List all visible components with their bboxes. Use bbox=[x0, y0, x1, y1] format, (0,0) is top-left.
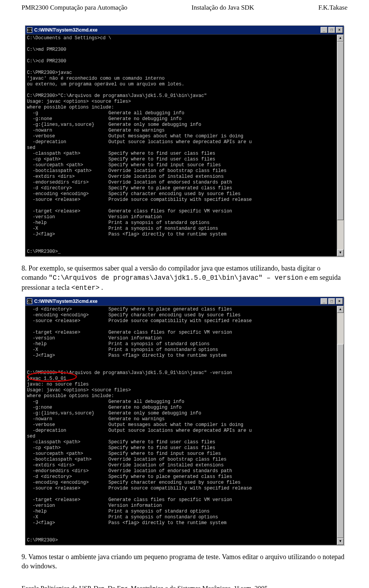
scroll-down-icon[interactable]: ▼ bbox=[337, 538, 344, 545]
scroll-track[interactable] bbox=[337, 42, 344, 249]
scroll-track[interactable] bbox=[337, 313, 344, 538]
cmd-window-1: C:\ C:\WINNT\system32\cmd.exe _ □ × C:\D… bbox=[25, 25, 344, 257]
code-command: "C:\Arquivos de programas\Java\jdk1.5.0_… bbox=[48, 274, 303, 282]
para-text: Vamos testar o ambiente java criando um … bbox=[22, 553, 344, 570]
scroll-thumb[interactable] bbox=[337, 42, 344, 220]
scroll-up-icon[interactable]: ▲ bbox=[337, 306, 344, 313]
cmd-titlebar[interactable]: C:\ C:\WINNT\system32\cmd.exe _ □ × bbox=[25, 26, 344, 34]
header-left: PMR2300 Computação para Automação bbox=[22, 4, 127, 12]
header-mid: Instalação do Java SDK bbox=[191, 4, 254, 12]
cmd-titlebar[interactable]: C:\ C:\WINNT\system32\cmd.exe _ □ × bbox=[25, 297, 344, 306]
header-right: F.K.Takase bbox=[318, 4, 347, 12]
page-footer: Escola Politécnica da USP, Dep. De Eng. … bbox=[22, 585, 347, 588]
minimize-button[interactable]: _ bbox=[321, 298, 327, 304]
list-number: 8. bbox=[22, 264, 27, 272]
minimize-button[interactable]: _ bbox=[321, 27, 327, 33]
cmd-title: C:\WINNT\system32\cmd.exe bbox=[34, 27, 320, 33]
paragraph-9: 9. Vamos testar o ambiente java criando … bbox=[22, 552, 347, 571]
scrollbar[interactable]: ▲ ▼ bbox=[337, 35, 344, 256]
maximize-button[interactable]: □ bbox=[328, 298, 335, 304]
cmd-output-1[interactable]: C:\Documents and Settings>cd \ C:\>md PM… bbox=[25, 35, 337, 256]
code-enter: <enter> bbox=[71, 284, 100, 292]
cmd-window-2: C:\ C:\WINNT\system32\cmd.exe _ □ × -d <… bbox=[25, 297, 344, 545]
page-header: PMR2300 Computação para Automação Instal… bbox=[22, 4, 347, 12]
cmd-icon: C:\ bbox=[27, 27, 32, 33]
maximize-button[interactable]: □ bbox=[328, 27, 335, 33]
cmd-icon: C:\ bbox=[27, 299, 32, 304]
close-button[interactable]: × bbox=[336, 27, 343, 33]
scroll-up-icon[interactable]: ▲ bbox=[337, 35, 344, 42]
list-number: 9. bbox=[22, 553, 27, 561]
scroll-thumb[interactable] bbox=[337, 344, 344, 538]
scrollbar[interactable]: ▲ ▼ bbox=[337, 306, 344, 545]
cmd-output-2[interactable]: -d <directory> Specify where to place ge… bbox=[25, 306, 337, 545]
scroll-down-icon[interactable]: ▼ bbox=[337, 249, 344, 256]
cmd-title: C:\WINNT\system32\cmd.exe bbox=[34, 299, 320, 304]
para-text: . bbox=[101, 284, 103, 291]
close-button[interactable]: × bbox=[336, 298, 343, 304]
paragraph-8: 8. Por exemplo, se quisermos saber qual … bbox=[22, 264, 347, 293]
